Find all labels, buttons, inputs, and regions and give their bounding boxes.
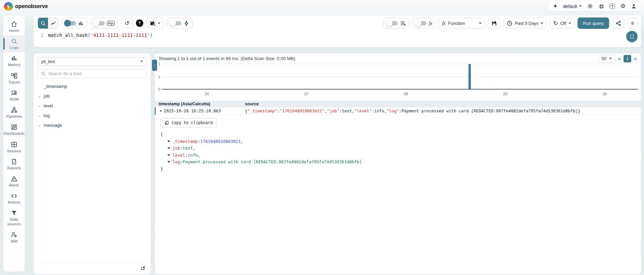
auto-refresh-icon: ↻ (553, 20, 558, 26)
sidebar-item-data-sources[interactable]: Data sources (3, 207, 25, 228)
wrap-lines-toggle-pill (383, 18, 409, 29)
sidebar-item-home[interactable]: Home (3, 18, 25, 35)
chevron-down-icon[interactable] (167, 147, 170, 149)
wrap-lines-toggle[interactable] (387, 21, 398, 25)
chevron-down-icon[interactable] (167, 154, 170, 156)
auto-refresh-select[interactable]: ↻ Off (550, 18, 574, 29)
json-key: job (172, 145, 180, 152)
traces-icon (11, 72, 17, 79)
help-icon[interactable]: ? (609, 3, 615, 9)
field-row-message[interactable]: ⌄ message (38, 120, 147, 130)
chevron-down-icon[interactable] (167, 141, 170, 143)
reset-icon: ↺ (125, 20, 129, 26)
histogram-bar[interactable] (468, 64, 471, 89)
row-detail: Copy to clipboard {_timestamp:1761648910… (155, 115, 641, 172)
home-icon (11, 21, 17, 28)
editor-expand-button[interactable] (626, 31, 638, 42)
column-header-timestamp[interactable]: timestamp (Asia/Calcutta) (155, 102, 245, 106)
chevron-down-icon[interactable] (167, 161, 170, 163)
json-line: level:info, (160, 152, 641, 159)
chevron-down-icon (541, 22, 543, 24)
streaming-toggle[interactable] (170, 21, 181, 25)
sidebar-item-reports[interactable]: Reports (3, 156, 25, 173)
search-mode-button[interactable] (38, 18, 48, 29)
sidebar-item-iam[interactable]: IAM (3, 229, 25, 246)
sql-icon: SQL (107, 21, 115, 26)
query-card: SQL ↺ ? fx fx Function (34, 15, 641, 47)
sql-mode-toggle[interactable] (94, 21, 105, 25)
field-row-log[interactable]: ⌄ log (38, 111, 147, 120)
first-page-icon[interactable]: « (618, 56, 621, 61)
stream-select[interactable]: pii_test (38, 57, 147, 66)
saved-search-pill[interactable] (146, 18, 164, 29)
function-select[interactable]: fx Function (439, 18, 485, 29)
page-size-select[interactable]: 50 (598, 55, 615, 63)
last-page-icon[interactable]: » (634, 56, 637, 61)
sidebar-item-logs[interactable]: Logs (3, 35, 25, 52)
json-value: info (188, 152, 198, 159)
reset-query-button[interactable]: ↺ (121, 18, 133, 29)
collapse-fields-handle[interactable]: ‹ (152, 60, 157, 71)
line-chart-icon (50, 20, 56, 26)
chevron-down-icon (479, 22, 482, 24)
field-search (38, 69, 147, 78)
chart-mode-button[interactable] (48, 18, 58, 29)
query-help-button[interactable]: ? (136, 19, 143, 27)
time-range-select[interactable]: Past 5 Days (503, 18, 547, 29)
brand: ∿ openobserve (0, 2, 48, 11)
field-row-timestamp[interactable]: _timestamp (38, 81, 147, 91)
refresh-fields-icon[interactable]: ↺ (141, 265, 145, 272)
report-document-icon (11, 158, 17, 165)
function-toggle[interactable] (415, 21, 427, 25)
json-line: _timestamp:1761648910863021, (160, 138, 641, 145)
chevron-down-icon (158, 22, 160, 24)
field-search-input[interactable] (48, 71, 143, 76)
search-icon (40, 20, 46, 26)
source-cell: {"_timestamp":"1761648910863021","job":t… (245, 109, 641, 113)
run-query-button[interactable]: Run query (578, 17, 609, 29)
laptop-icon (11, 90, 17, 96)
table-row[interactable]: ▼ 2025-10-28 16:25:10.863 {"_timestamp":… (155, 107, 641, 115)
sql-toggle-pill: SQL (90, 18, 118, 29)
theme-sun-icon[interactable] (587, 3, 593, 9)
settings-gear-icon[interactable]: ⚙ (621, 3, 626, 9)
org-select[interactable]: default (563, 4, 582, 9)
x-tick-label: 29 (503, 92, 507, 96)
row-expand-chevron-icon[interactable]: ▼ (158, 109, 164, 113)
sidebar-item-rum[interactable]: RUM (3, 87, 25, 104)
histogram-chart: 1 1 0 2627282930 (155, 64, 639, 98)
histogram-toggle[interactable] (65, 21, 76, 25)
top-bar: ∿ openobserve ✦ default ? ⚙ (0, 0, 644, 13)
menu-button[interactable]: ≡ (628, 18, 638, 29)
sidebar-item-pipelines[interactable]: Pipelines (3, 104, 25, 121)
json-value: test (183, 145, 193, 152)
copy-to-clipboard-button[interactable]: Copy to clipboard (160, 118, 217, 127)
sidebar-item-dashboards[interactable]: Dashboards (3, 121, 25, 138)
sidebar-item-traces[interactable]: Traces (3, 70, 25, 87)
histogram-plot[interactable] (162, 64, 638, 90)
sidebar-item-streams[interactable]: Streams (3, 139, 25, 156)
sidebar-item-metrics[interactable]: Metrics (3, 52, 25, 69)
slack-icon[interactable] (598, 3, 604, 9)
sparkle-icon[interactable]: ✦ (553, 3, 557, 9)
user-avatar-icon[interactable] (631, 3, 637, 9)
field-row-job[interactable]: ⌄ job (38, 91, 147, 101)
function-toggle-pill: fx (412, 18, 436, 29)
save-function-button[interactable] (488, 18, 500, 29)
chevron-down-icon (609, 58, 612, 59)
editor-line-number: 1 (36, 33, 44, 38)
page-number[interactable]: 1 (624, 55, 631, 62)
sidebar-item-alerts[interactable]: Alerts (3, 173, 25, 190)
pagination: 50 « 1 » (598, 55, 637, 63)
field-row-level[interactable]: ⌄ level (38, 101, 147, 111)
x-axis-labels: 2627282930 (162, 92, 638, 97)
query-editor[interactable]: 1 match_all_hash('4111-1111-1111-1111') (34, 30, 641, 38)
sidebar-item-actions[interactable]: Actions (3, 190, 25, 207)
fx-icon: fx (429, 20, 433, 26)
search-icon (41, 71, 46, 76)
x-tick-label: 26 (205, 92, 209, 96)
share-button[interactable] (612, 18, 625, 29)
streams-icon (11, 141, 17, 148)
column-header-source[interactable]: source (245, 102, 259, 106)
field-list: _timestamp ⌄ job ⌄ level ⌄ log ⌄ message (38, 81, 147, 262)
